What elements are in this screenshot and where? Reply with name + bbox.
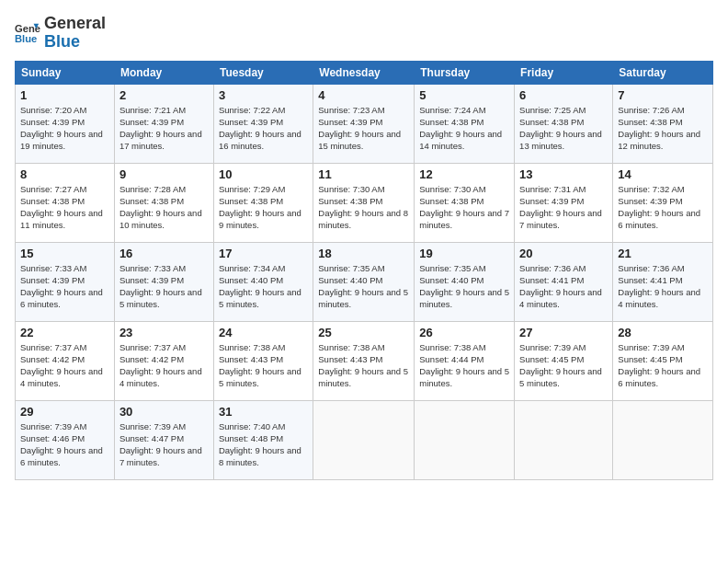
sunset-label: Sunset: 4:39 PM [318,117,382,127]
sunrise-label: Sunrise: 7:33 AM [119,263,186,273]
calendar-cell: 18 Sunrise: 7:35 AM Sunset: 4:40 PM Dayl… [313,242,415,321]
sunrise-label: Sunrise: 7:39 AM [119,421,186,431]
calendar-week-row: 29 Sunrise: 7:39 AM Sunset: 4:46 PM Dayl… [16,400,713,479]
logo-text: General Blue [44,15,106,52]
daylight-label: Daylight: 9 hours and 4 minutes. [519,287,602,309]
day-info: Sunrise: 7:36 AM Sunset: 4:41 PM Dayligh… [519,262,608,311]
day-number: 16 [119,247,209,260]
calendar-cell: 27 Sunrise: 7:39 AM Sunset: 4:45 PM Dayl… [515,321,613,400]
daylight-label: Daylight: 9 hours and 4 minutes. [618,287,700,309]
sunrise-label: Sunrise: 7:39 AM [519,342,586,352]
sunrise-label: Sunrise: 7:32 AM [618,184,684,194]
day-number: 15 [20,247,109,260]
sunset-label: Sunset: 4:41 PM [519,275,584,285]
daylight-label: Daylight: 9 hours and 6 minutes. [20,287,103,309]
calendar-cell [313,400,415,479]
sunset-label: Sunset: 4:39 PM [119,117,184,127]
sunset-label: Sunset: 4:39 PM [618,196,682,206]
calendar-table: SundayMondayTuesdayWednesdayThursdayFrid… [15,61,713,480]
calendar-cell: 25 Sunrise: 7:38 AM Sunset: 4:43 PM Dayl… [313,321,415,400]
calendar-cell: 14 Sunrise: 7:32 AM Sunset: 4:39 PM Dayl… [613,163,713,242]
day-number: 1 [20,88,109,102]
sunset-label: Sunset: 4:39 PM [119,275,184,285]
day-info: Sunrise: 7:39 AM Sunset: 4:46 PM Dayligh… [20,420,109,469]
daylight-label: Daylight: 9 hours and 4 minutes. [20,366,103,388]
sunset-label: Sunset: 4:40 PM [219,275,283,285]
day-info: Sunrise: 7:39 AM Sunset: 4:47 PM Dayligh… [119,420,209,469]
day-number: 28 [618,326,708,339]
calendar-week-row: 15 Sunrise: 7:33 AM Sunset: 4:39 PM Dayl… [16,242,713,321]
day-number: 6 [519,88,608,102]
day-header-monday: Monday [114,61,213,84]
day-info: Sunrise: 7:25 AM Sunset: 4:38 PM Dayligh… [519,104,608,153]
sunset-label: Sunset: 4:43 PM [219,354,283,364]
calendar-cell: 12 Sunrise: 7:30 AM Sunset: 4:38 PM Dayl… [415,163,515,242]
daylight-label: Daylight: 9 hours and 5 minutes. [219,366,301,388]
sunrise-label: Sunrise: 7:35 AM [419,263,485,273]
calendar-cell: 13 Sunrise: 7:31 AM Sunset: 4:39 PM Dayl… [515,163,613,242]
day-info: Sunrise: 7:30 AM Sunset: 4:38 PM Dayligh… [419,183,509,232]
calendar-cell: 19 Sunrise: 7:35 AM Sunset: 4:40 PM Dayl… [415,242,515,321]
sunset-label: Sunset: 4:40 PM [419,275,483,285]
day-number: 29 [20,405,109,419]
calendar-cell: 3 Sunrise: 7:22 AM Sunset: 4:39 PM Dayli… [213,84,313,163]
day-number: 26 [419,326,509,339]
sunset-label: Sunset: 4:40 PM [318,275,382,285]
day-info: Sunrise: 7:37 AM Sunset: 4:42 PM Dayligh… [119,341,209,390]
day-header-thursday: Thursday [415,61,515,84]
sunrise-label: Sunrise: 7:25 AM [519,105,586,115]
day-info: Sunrise: 7:22 AM Sunset: 4:39 PM Dayligh… [219,104,308,153]
sunrise-label: Sunrise: 7:35 AM [318,263,384,273]
calendar-cell: 10 Sunrise: 7:29 AM Sunset: 4:38 PM Dayl… [213,163,313,242]
day-header-sunday: Sunday [16,61,115,84]
calendar-cell: 2 Sunrise: 7:21 AM Sunset: 4:39 PM Dayli… [114,84,213,163]
day-number: 10 [219,167,308,181]
day-info: Sunrise: 7:33 AM Sunset: 4:39 PM Dayligh… [119,262,209,311]
daylight-label: Daylight: 9 hours and 5 minutes. [419,366,509,388]
day-number: 19 [419,247,509,260]
daylight-label: Daylight: 9 hours and 5 minutes. [318,287,408,309]
day-number: 7 [618,88,708,102]
sunrise-label: Sunrise: 7:37 AM [119,342,186,352]
daylight-label: Daylight: 9 hours and 5 minutes. [419,287,509,309]
calendar-cell: 23 Sunrise: 7:37 AM Sunset: 4:42 PM Dayl… [114,321,213,400]
day-info: Sunrise: 7:38 AM Sunset: 4:43 PM Dayligh… [219,341,308,390]
calendar-cell: 4 Sunrise: 7:23 AM Sunset: 4:39 PM Dayli… [313,84,415,163]
calendar-cell [415,400,515,479]
sunrise-label: Sunrise: 7:38 AM [219,342,285,352]
daylight-label: Daylight: 9 hours and 13 minutes. [519,129,602,151]
daylight-label: Daylight: 9 hours and 17 minutes. [119,129,202,151]
daylight-label: Daylight: 9 hours and 7 minutes. [519,208,602,230]
day-info: Sunrise: 7:27 AM Sunset: 4:38 PM Dayligh… [20,183,109,232]
svg-text:Blue: Blue [15,33,37,44]
day-number: 17 [219,247,308,260]
day-info: Sunrise: 7:34 AM Sunset: 4:40 PM Dayligh… [219,262,308,311]
logo: General Blue General Blue [15,15,106,52]
daylight-label: Daylight: 9 hours and 5 minutes. [119,287,202,309]
sunrise-label: Sunrise: 7:29 AM [219,184,285,194]
sunset-label: Sunset: 4:38 PM [618,117,682,127]
sunrise-label: Sunrise: 7:22 AM [219,105,285,115]
calendar-cell: 26 Sunrise: 7:38 AM Sunset: 4:44 PM Dayl… [415,321,515,400]
daylight-label: Daylight: 9 hours and 5 minutes. [519,366,602,388]
day-info: Sunrise: 7:29 AM Sunset: 4:38 PM Dayligh… [219,183,308,232]
day-number: 27 [519,326,608,339]
calendar-cell: 9 Sunrise: 7:28 AM Sunset: 4:38 PM Dayli… [114,163,213,242]
sunrise-label: Sunrise: 7:21 AM [119,105,186,115]
daylight-label: Daylight: 9 hours and 6 minutes. [20,445,103,467]
sunrise-label: Sunrise: 7:31 AM [519,184,586,194]
calendar-cell: 29 Sunrise: 7:39 AM Sunset: 4:46 PM Dayl… [16,400,115,479]
day-info: Sunrise: 7:40 AM Sunset: 4:48 PM Dayligh… [219,420,308,469]
calendar-cell: 24 Sunrise: 7:38 AM Sunset: 4:43 PM Dayl… [213,321,313,400]
sunrise-label: Sunrise: 7:36 AM [618,263,684,273]
day-number: 20 [519,247,608,260]
sunrise-label: Sunrise: 7:28 AM [119,184,186,194]
daylight-label: Daylight: 9 hours and 9 minutes. [219,208,301,230]
day-number: 18 [318,247,409,260]
day-number: 2 [119,88,209,102]
sunrise-label: Sunrise: 7:34 AM [219,263,285,273]
sunrise-label: Sunrise: 7:20 AM [20,105,86,115]
header: General Blue General Blue [15,15,713,52]
sunset-label: Sunset: 4:38 PM [519,117,584,127]
calendar-body: 1 Sunrise: 7:20 AM Sunset: 4:39 PM Dayli… [16,84,713,479]
